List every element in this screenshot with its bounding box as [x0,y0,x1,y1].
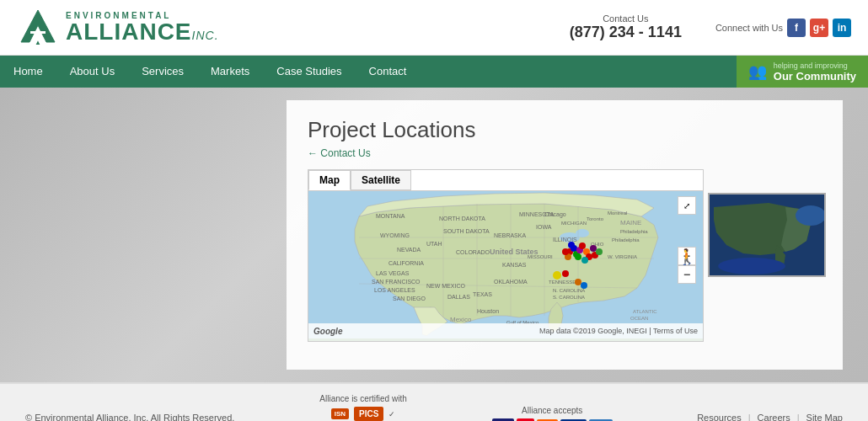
svg-point-64 [568,242,575,248]
svg-text:NEW MEXICO: NEW MEXICO [426,283,465,289]
svg-text:NORTH DAKOTA: NORTH DAKOTA [439,216,485,221]
google-plus-icon[interactable]: g+ [810,19,828,37]
logo-area: ▲ ENVIRONMENTAL ALLIANCEINC. [17,8,219,46]
community-icon: 👥 [748,62,767,81]
contact-label: Contact Us [570,13,682,24]
svg-rect-1 [30,31,46,34]
svg-text:WYOMING: WYOMING [380,232,410,238]
svg-text:OCEAN: OCEAN [630,316,648,321]
certified-label: Alliance is certified with [319,394,406,403]
facebook-icon[interactable]: f [787,19,806,37]
footer-center: Alliance is certified with ISN PICS ✓ Ar… [319,394,407,421]
fullscreen-button[interactable]: ⤢ [678,196,696,215]
pics-badge: PICS [354,407,383,421]
connect-section: Connect with Us f g+ in [715,19,851,37]
svg-text:MONTANA: MONTANA [376,213,405,219]
street-view-icon[interactable]: 🚶 [678,248,696,266]
nav-cta-community: Our Community [774,70,856,83]
connect-label: Connect with Us [715,23,783,33]
footer-copyright: © Environmental Alliance, Inc. All Right… [25,413,234,421]
svg-point-70 [596,248,603,255]
svg-text:DALLAS: DALLAS [447,294,470,300]
footer-resources-link[interactable]: Resources [697,413,742,421]
google-logo: Google [313,327,342,336]
logo-icon: ▲ [17,8,59,46]
svg-text:UTAH: UTAH [426,241,442,247]
svg-text:ATLANTIC: ATLANTIC [633,309,657,314]
svg-text:MAINE: MAINE [620,219,641,226]
accepts-label: Alliance accepts [522,406,582,415]
svg-point-5 [576,229,589,237]
svg-marker-0 [21,10,55,42]
us-map-svg: NEVADA CALIFORNIA UTAH COLORADO KANSAS O… [308,191,703,338]
svg-text:TENNESSEE: TENNESSEE [549,280,579,285]
map-wrapper: Map Satellite [308,169,704,342]
contact-section: Contact Us (877) 234 - 1141 [570,13,682,41]
svg-text:Mexico: Mexico [450,316,472,323]
svg-text:MISSOURI: MISSOURI [528,254,553,259]
svg-text:LAS VEGAS: LAS VEGAS [376,270,410,276]
map-container: Map Satellite [308,169,704,346]
svg-text:TEXAS: TEXAS [473,291,492,297]
nav-contact[interactable]: Contact [356,56,421,88]
nav-items: Home About Us Services Markets Case Stud… [0,56,737,88]
certified-section: Alliance is certified with ISN PICS ✓ [319,394,406,421]
svg-point-67 [581,257,588,264]
nav-services[interactable]: Services [128,56,197,88]
nav-markets[interactable]: Markets [197,56,263,88]
footer-careers-link[interactable]: Careers [758,413,790,421]
svg-point-62 [575,253,581,260]
svg-text:LOS ANGELES: LOS ANGELES [374,287,415,293]
svg-text:Montreal: Montreal [608,210,627,216]
mini-map-svg [710,195,826,277]
svg-text:NEBRASKA: NEBRASKA [494,232,526,238]
page-wrapper: ▲ ENVIRONMENTAL ALLIANCEINC. Contact Us … [0,0,868,421]
breadcrumb-link[interactable]: Contact Us [308,147,822,159]
nav-case-studies[interactable]: Case Studies [263,56,355,88]
linkedin-icon[interactable]: in [833,19,851,37]
svg-point-72 [562,270,569,277]
content-area: Project Locations Contact Us Map Satelli… [287,100,843,370]
footer: © Environmental Alliance, Inc. All Right… [0,382,868,421]
svg-text:Philadelphia: Philadelphia [620,229,648,234]
svg-point-63 [579,242,586,249]
nav-home[interactable]: Home [0,56,56,88]
svg-point-79 [718,258,785,274]
footer-divider-1: | [748,413,751,421]
svg-text:Toronto: Toronto [587,216,604,221]
footer-links: Resources | Careers | Site Map [697,413,843,421]
svg-text:SAN FRANCISCO: SAN FRANCISCO [372,279,421,285]
footer-sitemap-link[interactable]: Site Map [806,413,843,421]
logo-alliance: ALLIANCEINC. [66,20,219,44]
svg-point-71 [553,271,561,280]
svg-text:COLORADO: COLORADO [456,249,490,255]
svg-text:Philadelphia: Philadelphia [612,237,640,242]
accepts-section: Alliance accepts VISA MC DISC PayPal AME… [492,406,613,421]
svg-point-73 [575,279,581,285]
svg-text:W. VIRGINIA: W. VIRGINIA [608,254,637,259]
isn-badge: ISN [331,408,349,419]
map-attribution: Google Map data ©2019 Google, INEGI | Te… [308,323,703,338]
svg-text:Houston: Houston [477,308,499,314]
nav-bar: Home About Us Services Markets Case Stud… [0,56,868,88]
nav-about[interactable]: About Us [56,56,128,88]
checkmark: ✓ [388,410,395,418]
map-tab-map[interactable]: Map [308,170,351,190]
mini-map [708,193,826,277]
map-data-label: Map data ©2019 Google, INEGI | Terms of … [539,327,698,335]
zoom-out-button[interactable]: − [678,265,696,284]
svg-point-61 [562,248,569,255]
svg-text:KANSAS: KANSAS [502,262,527,268]
svg-text:N. CAROLINA: N. CAROLINA [553,288,585,293]
map-tabs: Map Satellite [308,170,703,191]
nav-cta[interactable]: 👥 helping and improving Our Community [737,56,868,88]
contact-phone: (877) 234 - 1141 [570,24,682,40]
svg-text:ILLINOIS: ILLINOIS [553,237,577,242]
svg-text:S. CAROLINA: S. CAROLINA [553,295,585,300]
svg-text:MICHIGAN: MICHIGAN [561,221,587,226]
map-tab-satellite[interactable]: Satellite [351,170,411,190]
top-bar: ▲ ENVIRONMENTAL ALLIANCEINC. Contact Us … [0,0,868,56]
svg-text:▲: ▲ [35,39,41,46]
svg-point-74 [581,282,587,289]
footer-divider-2: | [797,413,800,421]
